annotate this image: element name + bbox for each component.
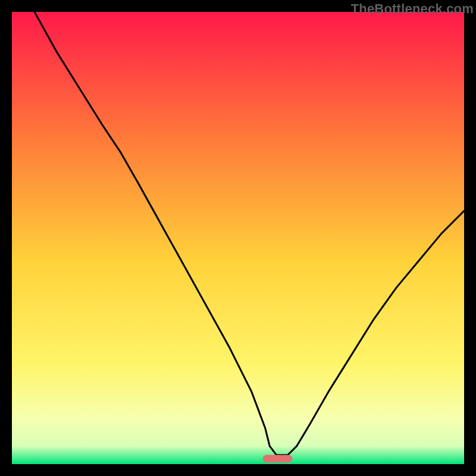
gradient-background: [12, 12, 464, 464]
watermark-text: TheBottleneck.com: [351, 1, 474, 17]
optimal-marker: [263, 455, 292, 462]
plot-area: [12, 12, 464, 464]
chart-frame: { "watermark": "TheBottleneck.com", "col…: [0, 0, 476, 476]
chart-svg: [12, 12, 464, 464]
